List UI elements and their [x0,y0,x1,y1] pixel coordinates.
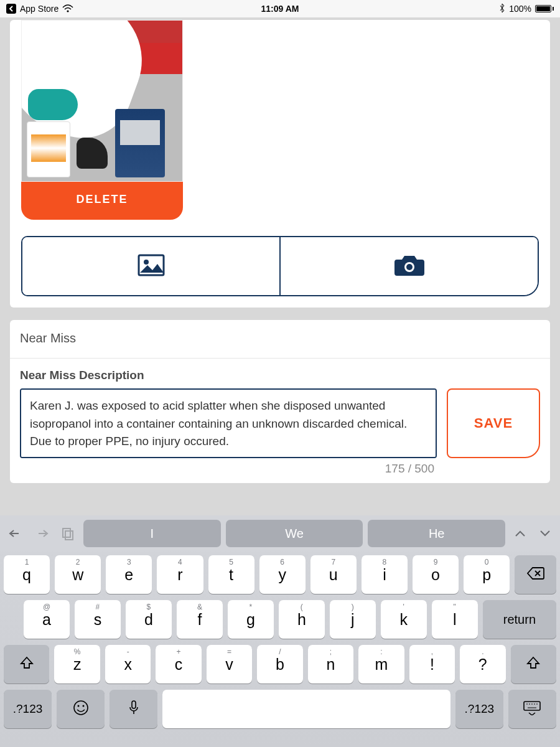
attachment-thumbnail[interactable] [21,20,183,182]
back-to-app-label[interactable]: App Store [20,4,58,14]
key-o[interactable]: 9o [413,555,459,594]
key-n[interactable]: ;n [308,645,353,684]
near-miss-card: Near Miss Near Miss Description SAVE 175… [10,320,550,483]
key-shift-right[interactable] [511,645,556,684]
key-u[interactable]: 7u [310,555,357,594]
shift-icon [19,655,34,674]
character-counter: 175 / 500 [20,458,540,478]
key-hide-keyboard[interactable] [508,690,556,728]
status-bar: App Store 11:09 AM 100% [0,0,560,17]
gallery-button[interactable] [22,237,279,295]
key-x[interactable]: -x [105,645,151,684]
key-![interactable]: ,! [409,645,455,684]
status-time: 11:09 AM [261,4,299,14]
key-return[interactable]: return [483,600,556,639]
key-s[interactable]: #s [75,600,121,639]
svg-rect-5 [63,529,70,537]
chevron-up-icon[interactable] [509,529,531,538]
key-numbers-right[interactable]: .?123 [455,690,503,728]
chevron-down-icon[interactable] [534,529,556,538]
key-m[interactable]: :m [358,645,404,684]
microphone-icon [128,700,139,719]
key-q[interactable]: 1q [4,555,50,594]
key-y[interactable]: 6y [259,555,306,594]
key-j[interactable]: )j [330,600,376,639]
svg-point-11 [82,705,84,707]
battery-icon [535,5,554,12]
svg-rect-6 [65,531,73,540]
key-space[interactable] [162,690,450,728]
key-w[interactable]: 2w [55,555,101,594]
bluetooth-icon [499,3,505,15]
near-miss-description-label: Near Miss Description [20,369,540,382]
near-miss-description-input[interactable] [20,388,437,458]
key-z[interactable]: %z [54,645,100,684]
wifi-icon [62,4,73,13]
camera-button[interactable] [279,237,538,295]
svg-rect-14 [524,702,540,710]
key-g[interactable]: *g [228,600,274,639]
svg-point-0 [67,10,69,12]
delete-icon [526,566,545,584]
key-c[interactable]: +c [156,645,201,684]
key-l[interactable]: "l [432,600,478,639]
battery-percent: 100% [509,4,531,14]
svg-rect-12 [132,701,136,708]
near-miss-section-title: Near Miss [10,320,550,358]
photo-section-card: DELETE [10,20,550,308]
onscreen-keyboard: I We He 1q2w3e4r5t6y7u8i9o0p @a#s$d&f*g(… [0,515,560,747]
photo-toolbar [21,236,539,296]
key-t[interactable]: 5t [208,555,254,594]
save-button[interactable]: SAVE [447,388,540,458]
svg-point-2 [144,260,149,265]
suggestion-2[interactable]: We [226,520,363,547]
svg-point-9 [74,701,88,715]
suggestion-1[interactable]: I [83,520,221,547]
redo-icon[interactable] [30,521,54,546]
delete-button[interactable]: DELETE [21,181,183,220]
key-d[interactable]: $d [126,600,172,639]
key-emoji[interactable] [57,690,105,728]
key-shift-left[interactable] [4,645,49,684]
key-dictation[interactable] [110,690,157,728]
key-a[interactable]: @a [24,600,70,639]
clipboard-icon[interactable] [56,521,80,546]
key-h[interactable]: (h [279,600,325,639]
undo-icon[interactable] [4,521,27,546]
svg-point-4 [406,264,413,270]
key-r[interactable]: 4r [157,555,203,594]
back-to-app-icon[interactable] [6,4,16,14]
suggestion-3[interactable]: He [368,520,505,547]
svg-point-10 [77,705,79,707]
key-p[interactable]: 0p [464,555,510,594]
key-k[interactable]: 'k [381,600,427,639]
key-b[interactable]: /b [257,645,302,684]
key-i[interactable]: 8i [362,555,408,594]
key-v[interactable]: =v [207,645,252,684]
hide-keyboard-icon [523,700,541,718]
shift-icon [526,655,541,674]
key-numbers[interactable]: .?123 [4,690,52,728]
key-?[interactable]: .? [460,645,505,684]
emoji-icon [73,700,89,719]
image-icon [138,254,165,278]
camera-icon [394,253,424,279]
key-delete[interactable] [515,555,556,594]
key-f[interactable]: &f [177,600,223,639]
key-e[interactable]: 3e [106,555,152,594]
